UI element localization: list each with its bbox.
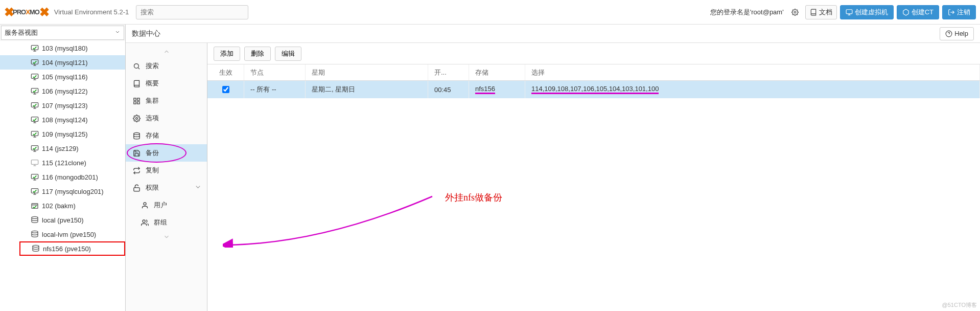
watermark: @51CTO博客	[942, 301, 977, 309]
menu-item-groups[interactable]: 群组	[126, 214, 207, 231]
help-label: Help	[954, 30, 968, 37]
view-selector[interactable]: 服务器视图	[1, 26, 124, 40]
grid-header: 生效 节点 星期 开... 存储 选择	[207, 64, 980, 81]
docs-button[interactable]: 文档	[805, 5, 837, 19]
menu-item-backup[interactable]: 备份	[126, 144, 207, 162]
db-icon	[133, 132, 141, 140]
menu-item-search[interactable]: 搜索	[126, 57, 207, 75]
svg-rect-1	[846, 9, 852, 13]
monitor-icon	[31, 73, 39, 81]
save-icon	[133, 149, 141, 157]
tree-node-nfs156[interactable]: nfs156 (pve150)	[19, 241, 125, 256]
menu-item-options[interactable]: 选项	[126, 109, 207, 127]
menu-item-cluster[interactable]: 集群	[126, 92, 207, 109]
help-button[interactable]: Help	[940, 27, 974, 40]
tree-node-117[interactable]: 117 (mysqlculog201)	[0, 184, 125, 198]
menu-item-replic[interactable]: 复制	[126, 162, 207, 179]
version-text: Virtual Environment 5.2-1	[54, 8, 129, 16]
monitor-icon	[31, 159, 39, 167]
logout-label: 注销	[957, 8, 970, 17]
tree-node-label: 115 (121clone)	[42, 159, 86, 167]
cluster-icon	[133, 97, 141, 105]
tree-node-label: 106 (mysql122)	[42, 87, 88, 95]
monitor-icon	[31, 144, 39, 152]
col-node[interactable]: 节点	[244, 64, 306, 80]
tree-node-label: local (pve150)	[42, 216, 84, 224]
tree-node-109[interactable]: 109 (mysql125)	[0, 127, 125, 141]
enabled-checkbox[interactable]	[222, 86, 229, 93]
tree-node-104[interactable]: 104 (mysql121)	[0, 55, 125, 70]
book-icon	[133, 80, 141, 87]
resource-tree[interactable]: 103 (mysql180)104 (mysql121)105 (mysql11…	[0, 41, 125, 311]
tree-node-label: 114 (jsz129)	[42, 145, 79, 152]
left-pane: 服务器视图 103 (mysql180)104 (mysql121)105 (m…	[0, 25, 126, 311]
cell-dow: 星期二, 星期日	[306, 81, 428, 98]
menu-item-label: 复制	[146, 166, 159, 175]
replic-icon	[133, 167, 141, 174]
gear-icon[interactable]	[788, 5, 802, 19]
chevron-down-icon[interactable]	[126, 231, 207, 242]
config-menu: 搜索概要集群选项存储备份复制权限用户群组	[126, 43, 207, 311]
tree-node-102[interactable]: 102 (bakm)	[0, 198, 125, 213]
search-input[interactable]	[136, 5, 248, 19]
menu-item-label: 存储	[146, 131, 159, 140]
col-dow[interactable]: 星期	[306, 64, 428, 80]
col-select[interactable]: 选择	[525, 64, 980, 80]
monitor-icon	[31, 87, 39, 95]
remove-button[interactable]: 删除	[244, 47, 271, 61]
annotation-text: 外挂nfs做备份	[445, 191, 502, 204]
tree-node-106[interactable]: 106 (mysql122)	[0, 84, 125, 98]
col-storage[interactable]: 存储	[469, 64, 525, 80]
menu-item-storage[interactable]: 存储	[126, 127, 207, 144]
create-vm-button[interactable]: 创建虚拟机	[840, 5, 894, 19]
edit-button[interactable]: 编辑	[275, 47, 301, 61]
menu-item-label: 搜索	[146, 61, 159, 71]
tree-node-115[interactable]: 115 (121clone)	[0, 156, 125, 170]
container-icon	[31, 202, 39, 210]
annotation-arrow	[223, 145, 437, 248]
menu-item-summary[interactable]: 概要	[126, 75, 207, 92]
tree-node-114[interactable]: 114 (jsz129)	[0, 141, 125, 156]
menu-item-users[interactable]: 用户	[126, 196, 207, 214]
tree-node-105[interactable]: 105 (mysql116)	[0, 70, 125, 84]
backup-job-row[interactable]: -- 所有 --星期二, 星期日00:45nfs156114,109,108,1…	[207, 81, 980, 98]
logo: ✖ PROXMO✖	[4, 5, 48, 19]
main-split: 服务器视图 103 (mysql180)104 (mysql121)105 (m…	[0, 25, 980, 311]
chevron-up-icon[interactable]	[126, 46, 207, 57]
logout-button[interactable]: 注销	[942, 5, 976, 19]
logo-text-mo: MO	[30, 8, 39, 16]
database-icon	[31, 216, 39, 224]
tree-node-116[interactable]: 116 (mongodb201)	[0, 170, 125, 184]
database-icon	[31, 230, 39, 238]
tree-node-103[interactable]: 103 (mysql180)	[0, 41, 125, 55]
content-pane: 添加 删除 编辑 生效 节点 星期 开... 存储 选择 -- 所有 --星期二…	[207, 43, 980, 311]
breadcrumb: 数据中心	[132, 29, 160, 38]
monitor-icon	[31, 187, 39, 195]
monitor-icon	[31, 44, 39, 52]
breadcrumb-bar: 数据中心 Help	[126, 25, 980, 43]
create-ct-button[interactable]: 创建CT	[897, 5, 939, 19]
menu-item-perm[interactable]: 权限	[126, 179, 207, 196]
tree-node-108[interactable]: 108 (mysql124)	[0, 113, 125, 127]
logo-x2-icon: ✖	[39, 5, 49, 19]
tree-node-label: 109 (mysql125)	[42, 130, 88, 138]
create-ct-label: 创建CT	[912, 8, 934, 17]
cell-storage: nfs156	[469, 81, 525, 98]
gear-icon	[133, 115, 141, 122]
monitor-icon	[31, 130, 39, 138]
col-enable[interactable]: 生效	[207, 64, 244, 80]
tree-node-local-lvm[interactable]: local-lvm (pve150)	[0, 227, 125, 241]
docs-label: 文档	[819, 8, 832, 17]
add-button[interactable]: 添加	[214, 47, 240, 61]
user-icon	[141, 202, 149, 209]
search-icon	[133, 62, 141, 70]
monitor-icon	[31, 116, 39, 124]
tree-node-107[interactable]: 107 (mysql123)	[0, 98, 125, 113]
cell-start: 00:45	[428, 81, 469, 98]
col-start[interactable]: 开...	[428, 64, 469, 80]
tree-node-local[interactable]: local (pve150)	[0, 213, 125, 227]
users-icon	[141, 219, 149, 227]
view-selector-label: 服务器视图	[5, 28, 38, 37]
menu-item-label: 用户	[154, 201, 167, 210]
grid-body: -- 所有 --星期二, 星期日00:45nfs156114,109,108,1…	[207, 81, 980, 98]
